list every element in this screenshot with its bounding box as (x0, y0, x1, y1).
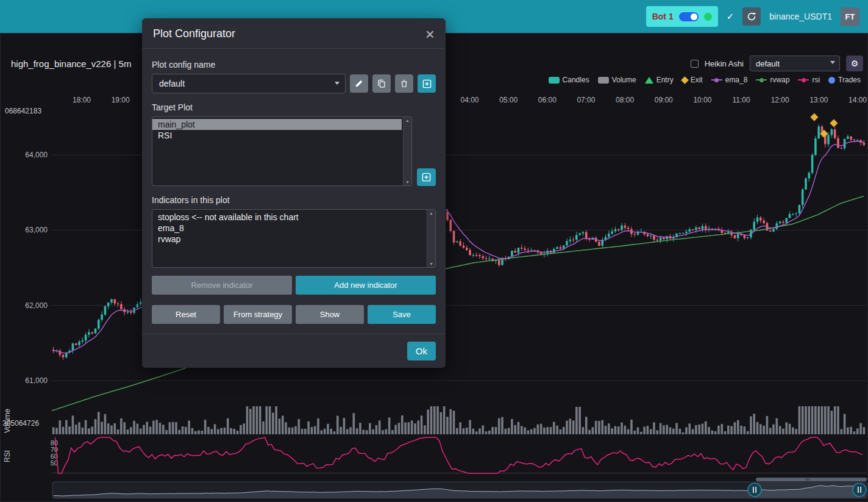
plus-square-icon (422, 79, 432, 88)
chevron-down-icon (335, 82, 340, 85)
svg-text:09:00: 09:00 (655, 96, 673, 104)
delete-config-button[interactable] (395, 74, 413, 93)
indicator-actions-row: Remove indicator Add new indicator (152, 276, 436, 295)
refresh-icon (747, 12, 756, 21)
plot-config-name-label: Plot config name (152, 60, 436, 70)
bot-toggle[interactable] (679, 12, 699, 21)
modal-body: Plot config name default (142, 49, 446, 334)
ok-button[interactable]: Ok (407, 342, 436, 360)
pair-label: binance_USDT1 (769, 12, 832, 21)
close-icon[interactable]: × (425, 29, 435, 40)
legend-circle-icon (828, 77, 835, 84)
svg-text:10:00: 10:00 (693, 96, 711, 104)
svg-text:62,000: 62,000 (25, 301, 48, 310)
reset-button[interactable]: Reset (152, 305, 220, 324)
svg-text:18:00: 18:00 (73, 96, 91, 104)
legend-triangle-icon (645, 77, 653, 84)
pencil-icon (355, 79, 363, 88)
from-strategy-button[interactable]: From strategy (224, 305, 292, 324)
plot-config-dropdown[interactable]: default (750, 56, 840, 71)
svg-text:13:00: 13:00 (809, 96, 828, 104)
svg-text:11:00: 11:00 (732, 96, 750, 104)
target-plot-list[interactable]: main_plotRSI ▲ ▼ (152, 117, 412, 186)
plot-config-name-select[interactable]: default (152, 74, 346, 93)
legend-item-exit[interactable]: Exit (682, 76, 703, 84)
target-plot-label: Target Plot (152, 102, 436, 112)
indicators-list[interactable]: stoploss <-- not available in this chart… (152, 209, 436, 268)
legend-label: rvwap (770, 76, 789, 84)
target-plot-item[interactable]: RSI (152, 130, 402, 141)
svg-text:12:00: 12:00 (771, 96, 789, 104)
zoom-handle-icon[interactable] (853, 483, 866, 497)
chevron-down-icon (830, 61, 835, 64)
add-plot-button[interactable] (417, 168, 436, 186)
svg-text:Volume: Volume (3, 409, 12, 433)
legend-item-rsi[interactable]: rsi (798, 76, 820, 84)
legend-rect-icon (549, 77, 560, 84)
modal-header: Plot Configurator × (142, 18, 446, 49)
add-new-indicator-button[interactable]: Add new indicator (296, 276, 436, 295)
config-actions-row: Reset From strategy Show Save (152, 305, 436, 324)
indicator-item[interactable]: ema_8 (152, 223, 425, 234)
plot-config-name-value: default (159, 79, 185, 88)
svg-text:63,000: 63,000 (25, 226, 48, 234)
indicator-item[interactable]: rvwap (152, 234, 425, 245)
add-config-button[interactable] (418, 74, 436, 93)
trade-markers (811, 113, 838, 138)
volume-bars (52, 406, 865, 434)
bot-status-dot (704, 13, 712, 21)
target-plot-row: main_plotRSI ▲ ▼ (152, 117, 436, 186)
legend-item-candles[interactable]: Candles (549, 76, 589, 84)
duplicate-config-button[interactable] (372, 74, 391, 93)
bot-name-label: Bot 1 (652, 12, 674, 21)
refresh-button[interactable] (742, 7, 761, 26)
scroll-down-icon[interactable]: ▼ (405, 180, 410, 184)
svg-text:068642183: 068642183 (5, 107, 41, 115)
svg-text:19:00: 19:00 (112, 96, 130, 104)
bot-selector[interactable]: Bot 1 (646, 6, 718, 27)
chart-controls: Heikin Ashi default ⚙ (691, 56, 863, 71)
legend-line-icon (711, 79, 722, 81)
plus-square-icon (422, 173, 431, 182)
scroll-up-icon[interactable]: ▲ (405, 118, 410, 123)
copy-icon (377, 79, 386, 88)
target-plot-list-items: main_plotRSI (152, 119, 402, 141)
save-button[interactable]: Save (368, 305, 436, 324)
plot-configurator-modal: Plot Configurator × Plot config name def… (142, 18, 446, 368)
app-root: 64,00063,00062,00061,00018:0019:0020:002… (0, 0, 868, 502)
legend-item-entry[interactable]: Entry (645, 76, 674, 84)
indicators-list-items: stoploss <-- not available in this chart… (152, 212, 425, 245)
scroll-down-icon[interactable]: ▼ (429, 262, 433, 266)
svg-text:61,000: 61,000 (25, 376, 48, 385)
rename-config-button[interactable] (350, 74, 368, 93)
data-zoom-navigator (52, 478, 867, 498)
legend-item-ema_8[interactable]: ema_8 (711, 76, 748, 84)
legend-label: Exit (691, 76, 703, 84)
legend-item-rvwap[interactable]: rvwap (756, 76, 789, 84)
plot-settings-button[interactable]: ⚙ (846, 56, 863, 71)
zoom-handle-icon[interactable] (748, 483, 761, 497)
bot-toggle-knob (691, 13, 697, 20)
chart-legend: CandlesVolumeEntryExitema_8rvwaprsiTrade… (549, 76, 861, 84)
modal-title: Plot Configurator (153, 27, 235, 40)
heikin-ashi-label: Heikin Ashi (705, 59, 744, 68)
target-plot-item[interactable]: main_plot (152, 119, 402, 130)
legend-item-trades[interactable]: Trades (828, 76, 861, 84)
heikin-ashi-checkbox[interactable] (691, 60, 699, 68)
user-avatar-button[interactable]: FT (841, 7, 859, 26)
check-icon: ✓ (727, 11, 735, 22)
scroll-up-icon[interactable]: ▲ (429, 211, 433, 215)
show-button[interactable]: Show (296, 305, 364, 324)
target-plot-scrollbar[interactable]: ▲ ▼ (403, 117, 411, 185)
zoom-scrollbar[interactable] (756, 478, 867, 481)
svg-text:64,000: 64,000 (25, 151, 48, 159)
modal-footer: Ok (142, 334, 446, 368)
legend-item-volume[interactable]: Volume (598, 76, 636, 84)
legend-line-icon (756, 79, 767, 81)
remove-indicator-button[interactable]: Remove indicator (152, 276, 292, 295)
legend-label: Candles (563, 76, 589, 84)
indicators-scrollbar[interactable]: ▲ ▼ (427, 210, 435, 267)
svg-text:07:00: 07:00 (577, 96, 595, 104)
indicator-item[interactable]: stoploss <-- not available in this chart (152, 212, 425, 223)
strategy-title: high_frog_binance_v226 | 5m (11, 59, 131, 69)
